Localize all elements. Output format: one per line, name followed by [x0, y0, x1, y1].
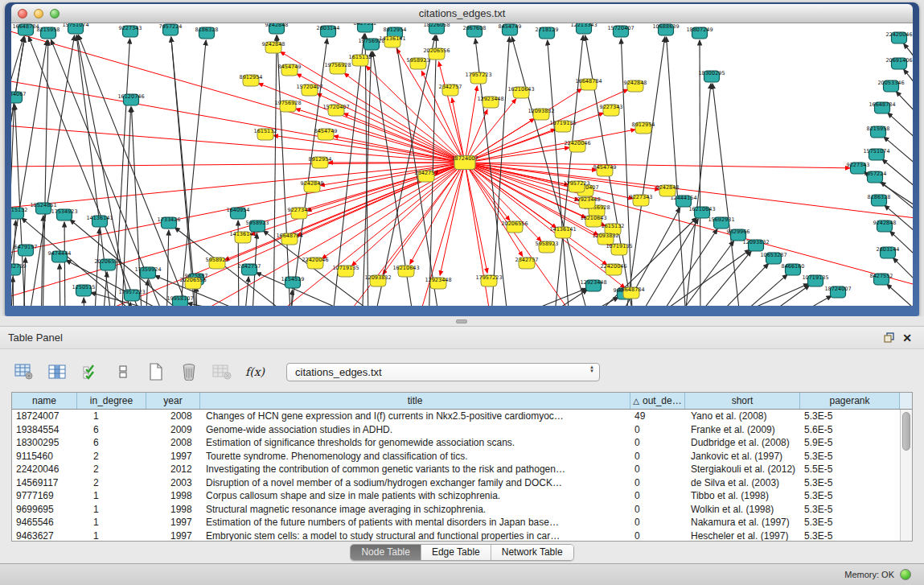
splitter-handle[interactable] [456, 319, 467, 323]
svg-text:8186328: 8186328 [868, 194, 891, 200]
svg-text:8186328: 8186328 [195, 27, 219, 33]
svg-text:8215958: 8215958 [867, 126, 890, 132]
select-columns-icon[interactable] [79, 360, 101, 383]
svg-text:18724007: 18724007 [451, 155, 478, 162]
cell-year: 1997 [146, 529, 200, 542]
cell-short: Jankovic et al. (1997) [685, 450, 800, 463]
svg-text:16648784: 16648784 [276, 233, 302, 239]
rows-icon[interactable] [112, 360, 134, 383]
svg-text:19756928: 19756928 [324, 62, 351, 68]
svg-text:1615132: 1615132 [349, 54, 372, 60]
svg-text:8454749: 8454749 [499, 23, 522, 30]
svg-text:16648784: 16648784 [618, 286, 644, 293]
table-row[interactable]: 946362711997Embryonic stem cells: a mode… [12, 529, 900, 542]
column-header-pagerank[interactable]: pagerank [800, 393, 900, 409]
svg-text:16210643: 16210643 [392, 265, 419, 271]
svg-text:16210643: 16210643 [580, 215, 606, 221]
window-titlebar[interactable]: citations_edges.txt [11, 4, 913, 23]
svg-text:20053346: 20053346 [877, 80, 904, 86]
svg-text:9227343: 9227343 [847, 162, 870, 168]
tab-node-table[interactable]: Node Table [351, 545, 421, 560]
close-panel-icon[interactable]: ✕ [898, 331, 916, 345]
table-row[interactable]: 1938455462009Genome-wide association stu… [12, 423, 900, 437]
svg-text:20206556: 20206556 [179, 277, 206, 283]
svg-text:18226058: 18226058 [423, 23, 450, 28]
minimize-window-button[interactable] [34, 9, 43, 19]
svg-text:2803144: 2803144 [877, 246, 900, 253]
table-row[interactable]: 2242004622012Investigating the contribut… [12, 463, 900, 476]
table-source-dropdown[interactable]: citations_edges.txt ▲▼ [286, 363, 600, 381]
svg-text:9227343: 9227343 [119, 25, 142, 31]
cell-short: Wolkin et al. (1998) [685, 503, 800, 517]
svg-text:2718129: 2718129 [536, 27, 559, 33]
table-row[interactable]: 1830029562008Estimation of significance … [12, 436, 900, 450]
close-window-button[interactable] [18, 9, 27, 19]
svg-text:17534923: 17534923 [51, 208, 77, 215]
zoom-window-button[interactable] [50, 9, 60, 19]
svg-text:7957224: 7957224 [159, 23, 183, 30]
panel-divider [0, 316, 924, 326]
float-panel-icon[interactable] [881, 331, 898, 345]
column-header-name[interactable]: name [12, 393, 77, 409]
svg-text:12093832: 12093832 [742, 239, 769, 245]
cell-year: 1997 [146, 516, 200, 529]
cell-out_degree: 0 [630, 529, 685, 542]
svg-text:6479197: 6479197 [14, 244, 38, 250]
function-builder-icon[interactable]: f(x) [244, 360, 266, 383]
svg-text:10688639: 10688639 [652, 23, 679, 30]
svg-text:14136141: 14136141 [229, 231, 256, 237]
svg-text:16120746: 16120746 [117, 93, 144, 100]
svg-text:1615132: 1615132 [602, 223, 625, 229]
cell-title: Estimation of significance thresholds fo… [200, 436, 630, 450]
cell-short: Tibbo et al. (1998) [685, 489, 800, 503]
cell-title: Embryonic stem cells: a model to study s… [200, 529, 630, 542]
cell-year: 1997 [146, 450, 200, 463]
column-header-title[interactable]: title [200, 393, 630, 409]
table-row[interactable]: 911546021997Tourette syndrome. Phenomeno… [12, 450, 900, 463]
svg-text:12093832: 12093832 [592, 233, 618, 239]
svg-text:14136141: 14136141 [86, 215, 113, 221]
memory-status-icon[interactable] [900, 569, 911, 580]
cell-year: 2008 [146, 436, 200, 450]
cell-short: de Silva et al. (2003) [685, 476, 800, 490]
svg-text:9474444: 9474444 [48, 250, 72, 257]
svg-text:9684067: 9684067 [11, 91, 26, 97]
tab-edge-table[interactable]: Edge Table [421, 545, 491, 560]
svg-text:20691406: 20691406 [885, 57, 912, 64]
table-row[interactable]: 969969511998Structural magnetic resonanc… [12, 503, 900, 517]
delete-icon[interactable] [178, 360, 200, 383]
column-header-year[interactable]: year [146, 393, 200, 409]
table-panel: Table Panel ✕ [0, 326, 924, 563]
svg-text:19756928: 19756928 [274, 100, 301, 106]
cell-pagerank: 5.9E-5 [800, 436, 900, 450]
table-settings-icon[interactable] [13, 360, 35, 383]
network-canvas[interactable]: 1664878482159581575107492273437957224818… [11, 23, 913, 306]
svg-text:12923448: 12923448 [580, 279, 606, 286]
table-scrollbar[interactable] [900, 410, 912, 541]
cell-name: 19384554 [12, 423, 77, 437]
cell-in_degree: 1 [77, 489, 146, 503]
column-header-out_degree[interactable]: △out_de… [630, 393, 685, 409]
svg-text:14136141: 14136141 [379, 35, 405, 42]
cell-in_degree: 2 [77, 476, 146, 490]
table-body: 1872400712008Changes of HCN gene express… [12, 410, 900, 541]
cell-in_degree: 2 [77, 450, 146, 463]
cell-pagerank: 5.3E-5 [800, 410, 900, 423]
svg-text:17957223: 17957223 [563, 180, 589, 187]
svg-text:15720407: 15720407 [322, 104, 349, 110]
table-row[interactable]: 946554611997Estimation of the future num… [12, 516, 900, 529]
table-row[interactable]: 1456911722003Disruption of a novel membe… [12, 476, 900, 490]
tab-network-table[interactable]: Network Table [491, 545, 573, 560]
column-header-short[interactable]: short [685, 393, 800, 409]
table-column-icon[interactable] [46, 360, 68, 383]
table-row[interactable]: 977716911998Corpus callosum shape and si… [12, 489, 900, 503]
svg-text:12213343: 12213343 [570, 23, 597, 28]
svg-text:19958107: 19958107 [166, 295, 193, 302]
cell-name: 9777169 [12, 489, 77, 503]
scrollbar-thumb[interactable] [902, 412, 910, 451]
column-header-in_degree[interactable]: in_degree [77, 393, 146, 409]
table-row[interactable]: 1872400712008Changes of HCN gene express… [12, 410, 900, 423]
new-table-icon[interactable] [145, 360, 167, 383]
cell-title: Disruption of a novel member of a sodium… [200, 476, 630, 490]
cell-title: Corpus callosum shape and size in male p… [200, 489, 630, 503]
